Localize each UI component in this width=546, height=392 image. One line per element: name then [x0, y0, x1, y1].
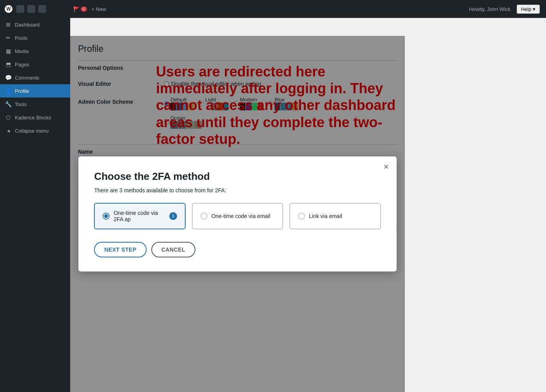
- method-options: One-time code via 2FA ap i One-time code…: [94, 203, 381, 229]
- new-link[interactable]: + New: [92, 6, 106, 12]
- admin-bar-center: 🚩 0 + New: [70, 6, 305, 12]
- admin-bar-left: W: [0, 5, 70, 13]
- sidebar-label-profile: Profile: [15, 88, 29, 94]
- method-option-app[interactable]: One-time code via 2FA ap i: [94, 203, 185, 229]
- method-option-email-code[interactable]: One-time code via email: [192, 203, 283, 229]
- user-greeting: Howdy, John Wick: [469, 6, 511, 12]
- modal-actions: NEXT STEP CANCEL: [94, 242, 381, 257]
- sidebar-label-collapse: Collapse menu: [15, 128, 49, 134]
- method-label-link-email: Link via email: [309, 213, 342, 219]
- method-label-email-code: One-time code via email: [211, 213, 270, 219]
- method-radio-app: [103, 213, 110, 220]
- wp-logo-icon[interactable]: W: [5, 5, 12, 13]
- comments-icon[interactable]: [38, 5, 46, 13]
- sidebar-item-collapse[interactable]: ◂ Collapse menu: [0, 124, 70, 137]
- notif-count: 0: [81, 7, 87, 12]
- sidebar-item-media[interactable]: ▦ Media: [0, 44, 70, 58]
- sidebar-label-dashboard: Dashboard: [15, 22, 40, 28]
- admin-bar: W 🚩 0 + New Howdy, John Wick Help ▾: [0, 0, 546, 18]
- sidebar-item-profile[interactable]: 👤 Profile: [0, 84, 70, 98]
- comments-icon: 💬: [5, 74, 12, 81]
- modal-subtitle: There are 3 methods available to choose …: [94, 187, 381, 193]
- sidebar-label-posts: Posts: [15, 35, 28, 41]
- cancel-button[interactable]: CANCEL: [151, 242, 195, 257]
- sidebar-label-pages: Pages: [15, 62, 29, 67]
- sidebar-label-tools: Tools: [15, 101, 27, 107]
- sidebar: ⊞ Dashboard ✏ Posts ▦ Media ⬒ Pages 💬 Co…: [0, 18, 70, 392]
- notification-icon[interactable]: 🚩 0: [73, 6, 87, 12]
- posts-icon: ✏: [5, 34, 12, 41]
- sidebar-item-dashboard[interactable]: ⊞ Dashboard: [0, 18, 70, 31]
- sidebar-item-kadence[interactable]: ⬡ Kadence Blocks: [0, 111, 70, 124]
- method-radio-email-code: [200, 213, 207, 220]
- twofa-modal: × Choose the 2FA method There are 3 meth…: [78, 156, 396, 271]
- main-wrapper: Profile Users are redirected here immedi…: [70, 36, 405, 392]
- media-icon: ▦: [5, 48, 12, 55]
- info-badge: i: [169, 212, 177, 220]
- tools-icon: 🔧: [5, 101, 12, 108]
- method-label-app: One-time code via 2FA ap: [113, 210, 165, 222]
- sidebar-nav: ⊞ Dashboard ✏ Posts ▦ Media ⬒ Pages 💬 Co…: [0, 18, 70, 392]
- sidebar-label-comments: Comments: [15, 75, 39, 81]
- pages-icon: ⬒: [5, 61, 12, 68]
- collapse-icon: ◂: [5, 127, 12, 134]
- profile-icon: 👤: [5, 87, 12, 94]
- sidebar-item-posts[interactable]: ✏ Posts: [0, 31, 70, 44]
- kadence-icon: ⬡: [5, 114, 12, 121]
- modal-overlay: × Choose the 2FA method There are 3 meth…: [70, 36, 405, 392]
- sidebar-item-comments[interactable]: 💬 Comments: [0, 71, 70, 84]
- modal-title: Choose the 2FA method: [94, 170, 381, 183]
- updates-icon[interactable]: [27, 5, 35, 13]
- method-radio-link-email: [298, 213, 305, 220]
- modal-close-button[interactable]: ×: [384, 163, 389, 171]
- home-icon[interactable]: [16, 5, 24, 13]
- sidebar-label-media: Media: [15, 48, 28, 54]
- sidebar-item-pages[interactable]: ⬒ Pages: [0, 58, 70, 71]
- next-step-button[interactable]: NEXT STEP: [94, 242, 146, 257]
- method-option-link-email[interactable]: Link via email: [289, 203, 381, 229]
- help-button[interactable]: Help ▾: [517, 5, 540, 14]
- sidebar-item-tools[interactable]: 🔧 Tools: [0, 98, 70, 111]
- dashboard-icon: ⊞: [5, 21, 12, 28]
- admin-bar-right: Howdy, John Wick Help ▾: [305, 5, 546, 14]
- sidebar-label-kadence: Kadence Blocks: [15, 115, 51, 121]
